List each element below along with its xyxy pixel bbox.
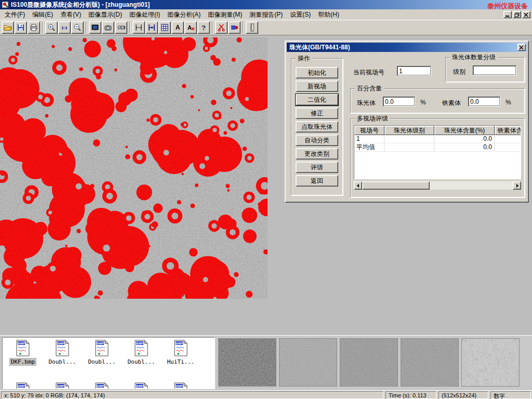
menu-image-display[interactable]: 图像显示(D) <box>85 9 126 21</box>
menu-file[interactable]: 文件(F) <box>1 9 29 21</box>
dialog-close-button[interactable] <box>517 44 526 51</box>
pick-pearlite-button[interactable]: 点取珠光体 <box>296 121 338 132</box>
col-pearlite-content[interactable]: 珠光体含量(%) <box>434 126 495 135</box>
preview-thumbnail-2[interactable] <box>279 338 337 387</box>
toolbar-open-button[interactable] <box>2 21 14 34</box>
change-class-button[interactable]: 更改类别 <box>296 148 338 159</box>
camera-icon <box>104 23 112 32</box>
save-icon <box>17 23 25 32</box>
preview-thumbnail-1[interactable] <box>218 338 276 387</box>
file-item[interactable]: BMP <box>4 382 42 389</box>
file-name: Doubl... <box>87 358 117 365</box>
toolbar-help-button[interactable]: ? <box>197 21 210 34</box>
file-item-dkf[interactable]: BMP DKF.bmp <box>4 340 42 365</box>
toolbar-capture-button[interactable] <box>89 21 101 34</box>
svg-text:BMP: BMP <box>18 342 24 345</box>
menu-image-measure[interactable]: 图像测量(M) <box>204 9 246 21</box>
child-close-button[interactable] <box>522 11 530 18</box>
menu-image-analysis[interactable]: 图像分析(A) <box>164 9 204 21</box>
toolbar-zoom-in-button[interactable] <box>45 21 58 34</box>
svg-text:A: A <box>188 24 192 31</box>
bmp-file-icon: BMP <box>174 340 188 356</box>
cell-ferrite <box>495 143 521 152</box>
grade-group-label: 珠光体数量分级 <box>450 54 498 61</box>
menu-image-process[interactable]: 图像处理(I) <box>126 9 164 21</box>
toolbar-text-remove-button[interactable]: A <box>184 21 197 34</box>
toolbar-measure-outer-button[interactable] <box>132 21 145 34</box>
menu-help[interactable]: 帮助(H) <box>314 9 343 21</box>
scrollbar-track[interactable] <box>362 181 513 190</box>
toolbar-zoom-out-button[interactable] <box>71 21 84 34</box>
grade-level-input[interactable] <box>473 65 516 75</box>
toolbar-ruler-button[interactable] <box>246 21 258 34</box>
grade-button[interactable]: 评级 <box>296 162 338 173</box>
bmp-file-icon: BMP <box>95 382 109 389</box>
file-item[interactable]: BMP <box>162 382 200 389</box>
toolbar-actual-size-button[interactable]: 1:1 <box>58 21 71 34</box>
svg-text:BMP: BMP <box>18 384 24 388</box>
bmp-file-icon: BMP <box>56 340 69 356</box>
toolbar-separator <box>243 22 244 33</box>
status-bar: x: 510 y: 79 idx: 0 RGB: (174, 174, 174)… <box>0 390 532 399</box>
child-minimize-button[interactable] <box>503 11 512 18</box>
app-icon <box>2 1 9 8</box>
table-header-row: 视场号 珠光体级别 珠光体含量(%) 铁素体含量(%) <box>354 126 521 135</box>
correct-button[interactable]: 修正 <box>296 108 338 119</box>
table-row[interactable]: 1 0.0 <box>354 135 521 143</box>
bmp-file-icon: BMP <box>16 340 30 356</box>
col-ferrite-content[interactable]: 铁素体含量(%) <box>495 126 521 135</box>
col-field-number[interactable]: 视场号 <box>354 126 384 135</box>
file-list: BMP DKF.bmp BMP Doubl... BMP Doubl... BM… <box>2 337 215 389</box>
bottom-panel: BMP DKF.bmp BMP Doubl... BMP Doubl... BM… <box>0 335 532 390</box>
file-item[interactable]: BMP <box>43 382 82 389</box>
bmp-file-icon: BMP <box>174 382 188 389</box>
file-item-double1[interactable]: BMP Doubl... <box>43 340 82 365</box>
menu-view[interactable]: 查看(V) <box>57 9 85 21</box>
init-button[interactable]: 初始化 <box>296 67 338 78</box>
scroll-right-button[interactable] <box>513 181 521 190</box>
toolbar-measure-inner-button[interactable] <box>145 21 158 34</box>
ruler-icon <box>248 23 256 32</box>
preview-thumbnail-4[interactable] <box>401 338 459 387</box>
file-item-double3[interactable]: BMP Doubl... <box>122 340 161 365</box>
auto-classify-button[interactable]: 自动分类 <box>296 135 338 146</box>
file-item[interactable]: BMP <box>83 382 121 389</box>
preview-thumbnail-5[interactable] <box>461 338 520 387</box>
cell-content: 0.0 <box>434 135 495 143</box>
return-button[interactable]: 返回 <box>296 175 338 187</box>
percent-sign: % <box>506 99 511 106</box>
toolbar-marker-button[interactable] <box>228 21 241 34</box>
svg-text:BMP: BMP <box>57 384 64 388</box>
toolbar-text-button[interactable]: A <box>171 21 184 34</box>
menu-settings[interactable]: 设置(S) <box>286 9 314 21</box>
scroll-left-button[interactable] <box>354 181 362 190</box>
toolbar-video-button[interactable] <box>115 21 127 34</box>
file-item-double2[interactable]: BMP Doubl... <box>83 340 121 365</box>
micrograph-image[interactable] <box>0 37 268 299</box>
binarize-button[interactable]: 二值化 <box>296 94 338 105</box>
toolbar-grid-button[interactable] <box>158 21 171 34</box>
scrollbar-thumb[interactable] <box>362 181 430 190</box>
toolbar-save-button[interactable] <box>15 21 27 34</box>
menu-edit[interactable]: 编辑(E) <box>29 9 57 21</box>
close-icon <box>524 12 529 17</box>
table-row[interactable]: 平均值 0.0 <box>354 143 521 152</box>
percent-sign: % <box>420 99 426 106</box>
col-pearlite-grade[interactable]: 珠光体级别 <box>384 126 434 135</box>
preview-thumbnail-3[interactable] <box>340 338 398 387</box>
toolbar-cut-button[interactable] <box>215 21 228 34</box>
new-field-button[interactable]: 新视场 <box>296 81 338 92</box>
dialog-title-bar[interactable]: 珠光体(GB/T9441-88) <box>287 43 527 52</box>
pearlite-percent-input[interactable] <box>383 97 415 107</box>
toolbar-camera-button[interactable] <box>102 21 114 34</box>
menu-report[interactable]: 测量报告(P) <box>246 9 286 21</box>
child-restore-button[interactable] <box>513 11 521 18</box>
status-time: Time (s): 0.113 <box>385 391 436 399</box>
file-item-huiti[interactable]: BMP HuiTi... <box>162 340 200 365</box>
ferrite-percent-input[interactable] <box>468 97 500 107</box>
toolbar-print-button[interactable] <box>28 21 40 34</box>
file-item[interactable]: BMP <box>122 382 161 389</box>
current-field-input[interactable] <box>397 66 431 76</box>
svg-text:A: A <box>176 24 180 31</box>
marker-icon <box>230 23 238 32</box>
